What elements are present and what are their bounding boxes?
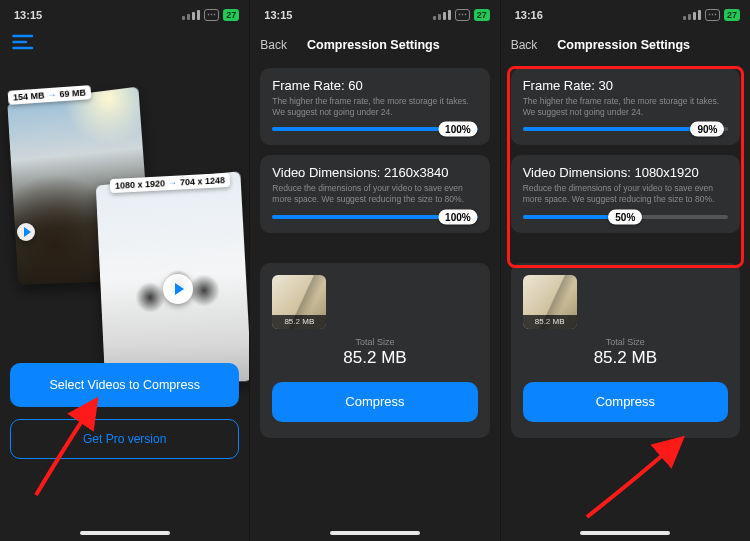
dimensions-slider[interactable]: 50% xyxy=(523,215,728,219)
triptych-stage: 13:15 ⋯ 27 154 MB → 69 MB 1080 x 1920 → … xyxy=(0,0,750,541)
play-icon xyxy=(163,274,193,304)
dimensions-knob[interactable]: 50% xyxy=(608,209,642,224)
frame-rate-card: Frame Rate: 60 The higher the frame rate… xyxy=(260,68,489,145)
compress-button[interactable]: Compress xyxy=(272,382,477,422)
select-videos-button[interactable]: Select Videos to Compress xyxy=(10,363,239,407)
hero-illustration: 154 MB → 69 MB 1080 x 1920 → 704 x 1248 xyxy=(0,58,249,358)
screen-1-home: 13:15 ⋯ 27 154 MB → 69 MB 1080 x 1920 → … xyxy=(0,0,249,541)
total-size-value: 85.2 MB xyxy=(523,348,728,368)
cellular-icon xyxy=(433,10,451,20)
status-time: 13:16 xyxy=(515,9,543,21)
dimensions-heading: Video Dimensions: 1080x1920 xyxy=(523,165,728,180)
dimensions-card: Video Dimensions: 1080x1920 Reduce the d… xyxy=(511,155,740,232)
status-bar: 13:15 ⋯ 27 xyxy=(0,0,249,26)
total-size-label: Total Size xyxy=(523,337,728,347)
nav-header: Back Compression Settings xyxy=(501,32,750,58)
video-thumb[interactable]: 85.2 MB xyxy=(523,275,577,329)
thumb-size-label: 85.2 MB xyxy=(272,315,326,329)
screen-3-settings-adjusted: 13:16 ⋯ 27 Back Compression Settings Fra… xyxy=(500,0,750,541)
result-card: 85.2 MB Total Size 85.2 MB Compress xyxy=(511,263,740,438)
frame-rate-knob[interactable]: 100% xyxy=(438,122,478,137)
thumb-size-label: 85.2 MB xyxy=(523,315,577,329)
dimensions-card: Video Dimensions: 2160x3840 Reduce the d… xyxy=(260,155,489,232)
frame-rate-card: Frame Rate: 30 The higher the frame rate… xyxy=(511,68,740,145)
battery-icon: 27 xyxy=(223,9,239,21)
menu-button[interactable] xyxy=(12,34,249,50)
frame-rate-slider[interactable]: 100% xyxy=(272,127,477,131)
nav-header: Back Compression Settings xyxy=(250,32,499,58)
home-indicator[interactable] xyxy=(80,531,170,535)
frame-rate-slider[interactable]: 90% xyxy=(523,127,728,131)
wifi-icon: ⋯ xyxy=(705,9,720,21)
home-indicator[interactable] xyxy=(580,531,670,535)
play-icon xyxy=(17,223,35,241)
frame-rate-heading: Frame Rate: 30 xyxy=(523,78,728,93)
total-size-label: Total Size xyxy=(272,337,477,347)
wifi-icon: ⋯ xyxy=(455,9,470,21)
frame-rate-heading: Frame Rate: 60 xyxy=(272,78,477,93)
video-thumb[interactable]: 85.2 MB xyxy=(272,275,326,329)
cellular-icon xyxy=(683,10,701,20)
result-card: 85.2 MB Total Size 85.2 MB Compress xyxy=(260,263,489,438)
status-bar: 13:15 ⋯ 27 xyxy=(250,0,499,26)
battery-icon: 27 xyxy=(724,9,740,21)
wifi-icon: ⋯ xyxy=(204,9,219,21)
dimensions-hint: Reduce the dimensions of your video to s… xyxy=(523,183,728,204)
screen-2-settings-default: 13:15 ⋯ 27 Back Compression Settings Fra… xyxy=(249,0,499,541)
battery-icon: 27 xyxy=(474,9,490,21)
annotation-arrow xyxy=(581,435,691,525)
frame-rate-hint: The higher the frame rate, the more stor… xyxy=(523,96,728,117)
status-time: 13:15 xyxy=(264,9,292,21)
status-time: 13:15 xyxy=(14,9,42,21)
home-indicator[interactable] xyxy=(330,531,420,535)
frame-rate-hint: The higher the frame rate, the more stor… xyxy=(272,96,477,117)
total-size-value: 85.2 MB xyxy=(272,348,477,368)
page-title: Compression Settings xyxy=(257,38,490,52)
page-title: Compression Settings xyxy=(507,38,740,52)
compress-button[interactable]: Compress xyxy=(523,382,728,422)
status-bar: 13:16 ⋯ 27 xyxy=(501,0,750,26)
dimensions-knob[interactable]: 100% xyxy=(438,209,478,224)
dimensions-slider[interactable]: 100% xyxy=(272,215,477,219)
get-pro-button[interactable]: Get Pro version xyxy=(10,419,239,459)
frame-rate-knob[interactable]: 90% xyxy=(690,122,724,137)
dimensions-hint: Reduce the dimensions of your video to s… xyxy=(272,183,477,204)
cellular-icon xyxy=(182,10,200,20)
arrow-right-icon: → xyxy=(168,178,178,188)
dimensions-heading: Video Dimensions: 2160x3840 xyxy=(272,165,477,180)
arrow-right-icon: → xyxy=(47,90,57,101)
